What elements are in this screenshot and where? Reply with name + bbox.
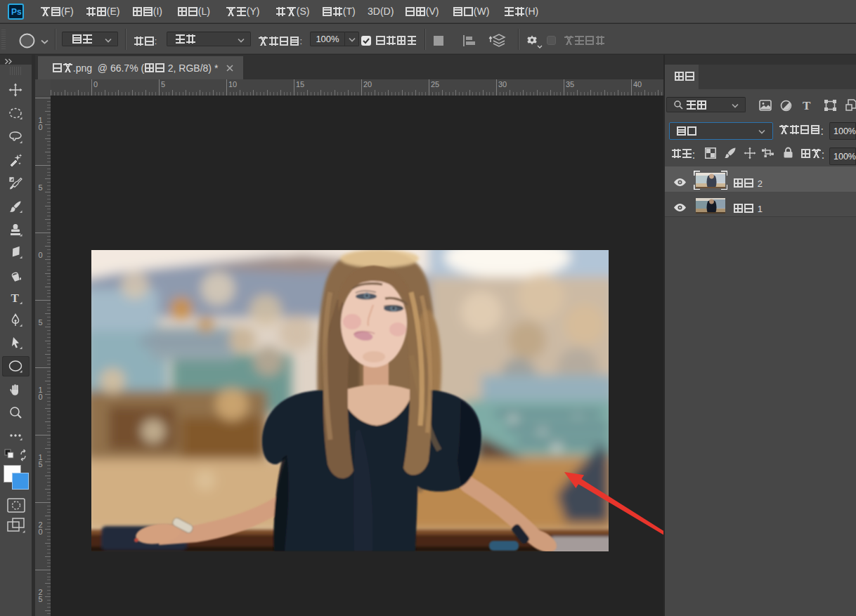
svg-text:T: T — [11, 291, 20, 305]
svg-text:Ps: Ps — [11, 7, 22, 17]
